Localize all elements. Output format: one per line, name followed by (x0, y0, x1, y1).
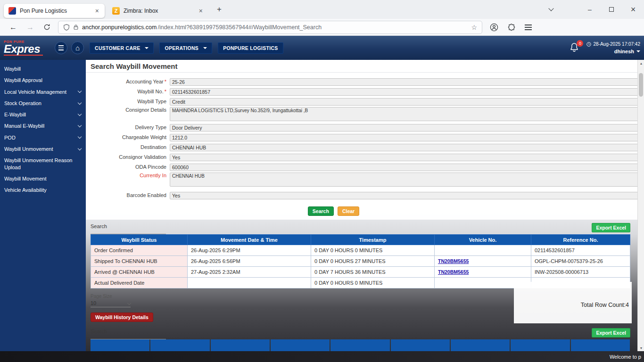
vehicle-no-link[interactable]: TN20BM5655 (438, 269, 469, 275)
waybill-history-details-button[interactable]: Waybill History Details (91, 313, 153, 322)
currently-in-textarea[interactable]: CHENNAI HUB (170, 173, 637, 187)
sidebar-item-waybill-unmovement[interactable]: Waybill Unmovement (0, 143, 86, 155)
waybill-no-input[interactable]: 02114532601857 (170, 88, 637, 96)
zimbra-favicon: Z (112, 7, 120, 15)
history-export-excel-button[interactable]: Export Excel (592, 328, 630, 337)
list-tabs-icon[interactable] (540, 0, 562, 19)
vehicle-cell: TN20BM5655 (435, 256, 531, 267)
app-header: PON PURE Expres ⌂ CUSTOMER CARE OPERATIO… (0, 36, 644, 60)
sidebar-item-stock-operation[interactable]: Stock Operation (0, 98, 86, 109)
sidebar-item-manual-e-waybill[interactable]: Manual E-Waybill (0, 120, 86, 132)
chevron-down-icon (78, 123, 82, 127)
menu-ponpure-logistics[interactable]: PONPURE LOGISTICS (218, 42, 283, 54)
chevron-down-icon (78, 100, 82, 104)
user-menu[interactable]: dhinesh (614, 49, 640, 54)
sidebar-item-local-vehicle-management[interactable]: Local Vehicle Management (0, 86, 86, 98)
notifications-button[interactable]: 0 (570, 42, 580, 54)
home-icon: ⌂ (75, 44, 80, 51)
ponpure-favicon (8, 7, 16, 15)
menu-label: OPERATIONS (165, 45, 198, 51)
history-search-input[interactable] (91, 334, 166, 339)
waybill-type-input[interactable]: Credit (170, 98, 637, 106)
oda-pincode-input[interactable]: 600060 (170, 164, 637, 171)
consignor-details-label: Consignor Details (91, 107, 170, 113)
sidebar-toggle-button[interactable] (55, 41, 67, 54)
sidebar-item-e-waybill[interactable]: E-Waybill (0, 109, 86, 120)
reference-cell: INW-202508-00006713 (531, 267, 630, 278)
col-waybill-status: Waybill Status (91, 235, 188, 245)
consignor-details-textarea[interactable]: MAHINDRA LOGISTICS LTD,Survey No.352/9, … (170, 107, 637, 121)
hamburger-icon (58, 45, 64, 50)
tab-close-icon[interactable]: × (198, 8, 204, 14)
sidebar-item-pod[interactable]: POD (0, 132, 86, 143)
chevron-down-icon (78, 89, 82, 93)
total-row-count: Total Row Count:4 (581, 302, 629, 308)
sidebar-item-waybill-approval[interactable]: Waybill Approval (0, 74, 86, 86)
tab-title: Pon Pure Logistics (20, 8, 91, 14)
new-tab-button[interactable]: + (214, 5, 224, 14)
clock-icon (586, 42, 591, 47)
sidebar-item-vehicle-availability[interactable]: Vehicle Availability (0, 184, 86, 196)
scroll-up-icon[interactable]: ▲ (638, 60, 644, 66)
page-size-select[interactable]: 10 (91, 300, 131, 307)
history-header-cell (330, 339, 389, 351)
currently-in-label: Currently In (91, 173, 170, 179)
datetime-cell (188, 278, 311, 288)
logo-main-text: Expres (4, 43, 43, 56)
destination-input[interactable]: CHENNAI HUB (170, 144, 637, 151)
maximize-button[interactable] (601, 0, 622, 19)
accounting-year-label: Accounting Year* (91, 79, 170, 85)
movement-search-input[interactable] (91, 229, 166, 234)
reference-cell: OGPL-CHPM-0075379-25-26 (531, 256, 630, 267)
home-button[interactable]: ⌂ (71, 41, 84, 54)
scrollbar-thumb[interactable] (639, 73, 643, 97)
search-button[interactable]: Search (308, 206, 334, 216)
back-icon[interactable]: ← (5, 23, 22, 32)
vehicle-cell: TN20BM5655 (435, 267, 531, 278)
barcode-enabled-label: Barcode Enabled (91, 192, 170, 198)
history-header-cell (511, 339, 570, 351)
account-icon[interactable] (490, 23, 498, 32)
scroll-down-icon[interactable]: ▼ (638, 345, 644, 351)
vehicle-cell (435, 245, 531, 256)
sidebar-item-waybill[interactable]: Waybill (0, 63, 86, 74)
menu-operations[interactable]: OPERATIONS (159, 42, 212, 54)
menu-label: PONPURE LOGISTICS (223, 45, 278, 51)
extensions-icon[interactable] (508, 24, 515, 31)
vehicle-no-link[interactable]: TN20BM5655 (438, 258, 469, 264)
window-close-button[interactable]: × (622, 0, 644, 19)
sidebar-nav: Waybill Waybill Approval Local Vehicle M… (0, 60, 86, 351)
main-content: Search Waybill Movement Accounting Year*… (86, 60, 637, 351)
clear-button[interactable]: Clear (338, 206, 359, 216)
refresh-icon[interactable] (39, 24, 55, 31)
accounting-year-input[interactable]: 25-26 (170, 78, 637, 86)
vertical-scrollbar[interactable]: ▲ ▼ (637, 60, 644, 351)
tracking-shield-icon[interactable] (63, 24, 70, 31)
tab-zimbra-inbox[interactable]: Z Zimbra: Inbox × (107, 4, 208, 18)
consignor-validation-input[interactable]: Yes (170, 154, 637, 161)
sidebar-item-waybill-unmovement-reason-upload[interactable]: Waybill Unmovement Reason Upload (0, 155, 86, 173)
tab-pon-pure-logistics[interactable]: Pon Pure Logistics × (4, 4, 105, 18)
ponpure-express-logo[interactable]: PON PURE Expres (4, 40, 51, 56)
forward-icon[interactable]: → (22, 23, 39, 32)
bookmark-star-icon[interactable]: ☆ (471, 24, 477, 31)
movement-export-excel-button[interactable]: Export Excel (592, 223, 630, 232)
status-cell: Order Confirmed (91, 245, 188, 256)
header-datetime: 28-Aug-2025 17:07:42 (586, 41, 640, 47)
waybill-search-form: Accounting Year* 25-26 Barcode No.* Sear… (86, 73, 637, 220)
chargeable-weight-input[interactable]: 1212.0 (170, 134, 637, 141)
tab-close-icon[interactable]: × (94, 8, 100, 14)
address-bar[interactable]: anchor.ponpurelogistics.com /index.html?… (58, 21, 482, 34)
browser-toolbar: ← → anchor.ponpurelogistics.com /index.h… (0, 19, 644, 36)
lock-icon[interactable] (73, 24, 79, 30)
tab-title: Zimbra: Inbox (124, 8, 194, 14)
waybill-type-label: Waybill Type (91, 99, 170, 105)
delivery-type-input[interactable]: Door Delivery (170, 124, 637, 132)
menu-customer-care[interactable]: CUSTOMER CARE (90, 42, 154, 54)
barcode-enabled-input[interactable]: Yes (170, 192, 637, 199)
required-marker: * (165, 79, 166, 84)
sidebar-item-waybill-movement[interactable]: Waybill Movement (0, 173, 86, 184)
delivery-type-label: Delivery Type (91, 124, 170, 131)
app-menu-icon[interactable] (525, 25, 532, 30)
minimize-button[interactable]: – (579, 0, 601, 19)
